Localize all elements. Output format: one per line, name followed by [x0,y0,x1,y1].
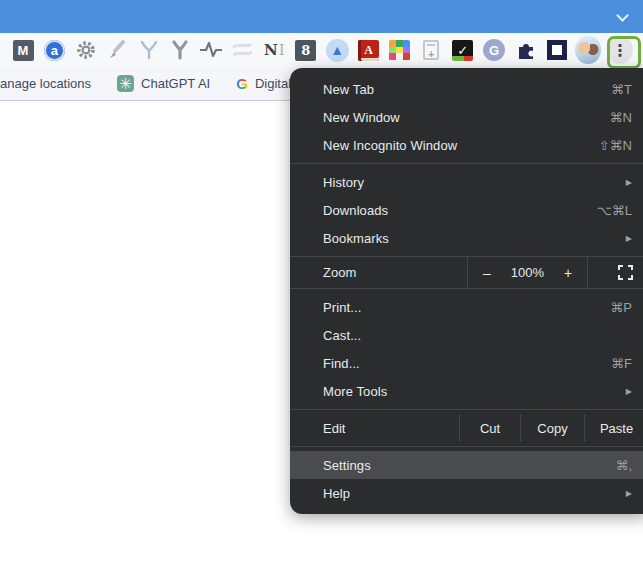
menu-separator [290,446,643,447]
menu-item-find[interactable]: Find... ⌘F [290,349,643,377]
menu-separator [290,409,643,410]
browser-window: M a [0,0,643,576]
chevron-down-icon[interactable] [616,9,629,22]
checkmark-extension-icon[interactable]: ✓ [450,37,476,63]
menu-item-zoom: Zoom – 100% + [290,256,643,289]
wavy-lines-extension-icon[interactable] [230,37,256,63]
document-plus-extension-icon[interactable] [418,37,444,63]
wishbone-extension-icon[interactable] [136,37,162,63]
google-g-icon: G [236,75,248,92]
gear-extension-icon[interactable] [73,37,99,63]
fullscreen-button[interactable] [587,257,643,288]
brush-extension-icon[interactable] [104,37,130,63]
bookmark-chatgpt-ai[interactable]: ✳ ChatGPT AI [117,75,210,92]
dark-frame-extension-icon[interactable] [544,37,570,63]
menu-item-print[interactable]: Print... ⌘P [290,293,643,321]
profile-avatar[interactable] [575,37,601,63]
zoom-out-button[interactable]: – [473,265,501,281]
blue-arrow-extension-icon[interactable]: ▲ [324,37,350,63]
bookmark-label: anage locations [0,76,91,91]
chrome-app-menu: New Tab ⌘T New Window ⌘N New Incognito W… [290,68,643,514]
menu-item-more-tools[interactable]: More Tools ▶ [290,377,643,405]
menu-separator [290,163,643,164]
menu-item-new-window[interactable]: New Window ⌘N [290,103,643,131]
menu-item-new-tab[interactable]: New Tab ⌘T [290,75,643,103]
menu-item-help[interactable]: Help ▶ [290,479,643,507]
three-dot-menu-button[interactable]: ⋮ [607,37,633,63]
zoom-in-button[interactable]: + [554,265,582,281]
menu-item-edit: Edit Cut Copy Paste [290,414,643,442]
menu-item-history[interactable]: History ▶ [290,168,643,196]
zoom-label: Zoom [290,265,467,280]
bookmark-label: ChatGPT AI [141,76,210,91]
window-titlebar [0,0,643,33]
waveform-extension-icon[interactable] [198,37,224,63]
menu-item-new-incognito-window[interactable]: New Incognito Window ⇧⌘N [290,131,643,159]
branch-extension-icon[interactable] [167,37,193,63]
edit-label: Edit [290,421,459,436]
bookmark-manage-locations[interactable]: anage locations [0,76,91,91]
submenu-arrow-icon: ▶ [626,178,632,187]
n-cursor-extension-icon[interactable]: NI [261,37,287,63]
submenu-arrow-icon: ▶ [626,234,632,243]
zoom-level-value: 100% [511,265,544,280]
menu-item-settings[interactable]: Settings ⌘, [290,451,643,479]
paste-button[interactable]: Paste [584,414,643,442]
menu-item-cast[interactable]: Cast... [290,321,643,349]
submenu-arrow-icon: ▶ [626,489,632,498]
puzzle-extensions-icon[interactable] [513,37,539,63]
m-extension-icon[interactable]: M [10,37,36,63]
eight-square-extension-icon[interactable]: 8 [293,37,319,63]
cut-button[interactable]: Cut [459,414,520,442]
g-circle-extension-icon[interactable]: G [481,37,507,63]
color-palette-extension-icon[interactable] [387,37,413,63]
a-circle-extension-icon[interactable]: a [41,37,67,63]
submenu-arrow-icon: ▶ [626,387,632,396]
copy-button[interactable]: Copy [520,414,584,442]
extensions-toolbar: M a [0,33,643,67]
openai-logo-icon: ✳ [117,75,134,92]
fullscreen-icon [618,265,633,280]
red-dictionary-extension-icon[interactable]: A [355,37,381,63]
menu-item-downloads[interactable]: Downloads ⌥⌘L [290,196,643,224]
menu-item-bookmarks[interactable]: Bookmarks ▶ [290,224,643,252]
